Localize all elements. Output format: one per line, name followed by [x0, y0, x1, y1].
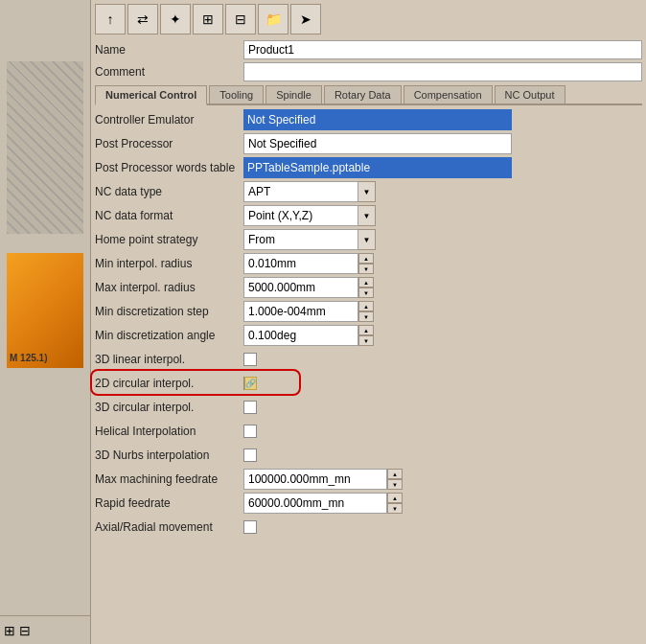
min-disc-step-up[interactable]: ▲ — [358, 301, 374, 311]
toolbar-btn-6[interactable]: 📁 — [258, 4, 288, 34]
min-disc-step-spinner: ▲ ▼ — [358, 301, 374, 322]
prop-home-point-strategy: Home point strategy From ▼ — [95, 229, 642, 250]
prop-helical: Helical Interpolation — [95, 421, 642, 442]
prop-min-interp-radius: Min interpol. radius 0.010mm ▲ ▼ — [95, 253, 642, 274]
prop-value-min-interp: 0.010mm ▲ ▼ — [243, 253, 642, 274]
prop-rapid-feedrate: Rapid feedrate 60000.000mm_mn ▲ ▼ — [95, 493, 642, 514]
3d-linear-checkbox[interactable] — [243, 353, 257, 366]
nc-format-dropdown-btn[interactable]: ▼ — [358, 205, 376, 226]
comment-input[interactable] — [243, 62, 642, 81]
min-interp-down[interactable]: ▼ — [358, 264, 374, 274]
rapid-feed-down[interactable]: ▼ — [387, 503, 403, 514]
prop-label-home-point: Home point strategy — [95, 233, 243, 246]
toolbar-btn-1[interactable]: ↑ — [95, 4, 126, 34]
prop-value-2d-circular: 🔗 — [243, 377, 642, 390]
prop-label-3d-circular: 3D circular interpol. — [95, 401, 243, 414]
prop-2d-circular: 2D circular interpol. 🔗 — [95, 373, 642, 394]
prop-value-nc-format: Point (X,Y,Z) ▼ — [243, 205, 642, 226]
rapid-feed-spinner: ▲ ▼ — [387, 493, 403, 514]
min-interp-spinner: ▲ ▼ — [358, 253, 374, 274]
prop-min-disc-step: Min discretization step 1.000e-004mm ▲ ▼ — [95, 301, 642, 322]
bottom-icon-1[interactable]: ⊞ — [4, 623, 15, 638]
properties-panel: Controller Emulator Not Specified Post P… — [95, 109, 642, 538]
nc-format-input[interactable]: Point (X,Y,Z) — [243, 205, 358, 226]
toolbar-btn-4[interactable]: ⊞ — [193, 4, 223, 34]
min-disc-angle-input[interactable]: 0.100deg — [243, 325, 358, 346]
tab-tooling[interactable]: Tooling — [209, 85, 264, 104]
prop-post-processor-table: Post Processor words table PPTableSample… — [95, 157, 642, 178]
controller-selected-text[interactable]: Not Specified — [243, 109, 512, 130]
min-disc-angle-up[interactable]: ▲ — [358, 325, 374, 335]
prop-label-min-disc-angle: Min discretization angle — [95, 329, 243, 342]
prop-label-nc-format: NC data format — [95, 209, 243, 222]
pp-table-selected-text[interactable]: PPTableSample.pptable — [243, 157, 512, 178]
toolbar: ↑ ⇄ ✦ ⊞ ⊟ 📁 ➤ — [95, 4, 642, 34]
max-interp-up[interactable]: ▲ — [358, 277, 374, 288]
max-feed-up[interactable]: ▲ — [387, 469, 403, 479]
min-disc-step-input[interactable]: 1.000e-004mm — [243, 301, 358, 322]
max-interp-down[interactable]: ▼ — [358, 288, 374, 298]
prop-value-pp-table: PPTableSample.pptable — [243, 157, 642, 178]
toolbar-btn-5[interactable]: ⊟ — [225, 4, 256, 34]
bottom-icon-2[interactable]: ⊟ — [19, 623, 31, 638]
prop-value-max-feed: 100000.000mm_mn ▲ ▼ — [243, 469, 642, 490]
prop-label-axial-radial: Axial/Radial movement — [95, 520, 243, 534]
prop-value-3d-linear — [243, 353, 642, 366]
prop-value-min-disc-step: 1.000e-004mm ▲ ▼ — [243, 301, 642, 322]
home-point-input[interactable]: From — [243, 229, 358, 250]
prop-value-rapid-feed: 60000.000mm_mn ▲ ▼ — [243, 493, 642, 514]
min-interp-input[interactable]: 0.010mm — [243, 253, 358, 274]
prop-value-home-point: From ▼ — [243, 229, 642, 250]
min-disc-angle-spinner: ▲ ▼ — [358, 325, 374, 346]
nc-type-dropdown-btn[interactable]: ▼ — [358, 181, 376, 202]
nc-type-input[interactable]: APT — [243, 181, 358, 202]
prop-value-axial-radial — [243, 520, 642, 534]
2d-circular-link-icon[interactable]: 🔗 — [244, 377, 257, 390]
prop-min-disc-angle: Min discretization angle 0.100deg ▲ ▼ — [95, 325, 642, 346]
prop-value-3d-nurbs — [243, 448, 642, 462]
max-feed-down[interactable]: ▼ — [387, 479, 403, 490]
min-disc-angle-down[interactable]: ▼ — [358, 335, 374, 346]
min-disc-step-down[interactable]: ▼ — [358, 311, 374, 322]
prop-label-min-interp: Min interpol. radius — [95, 257, 243, 270]
tab-numerical-control[interactable]: Numerical Control — [95, 85, 207, 105]
post-processor-text[interactable]: Not Specified — [243, 133, 512, 154]
3d-nurbs-checkbox[interactable] — [243, 448, 257, 462]
2d-circular-checkbox[interactable]: 🔗 — [243, 377, 257, 390]
tab-nc-output[interactable]: NC Output — [495, 85, 565, 104]
tab-compensation[interactable]: Compensation — [404, 85, 493, 104]
main-panel: ↑ ⇄ ✦ ⊞ ⊟ 📁 ➤ Name Comment Numerical Con… — [91, 0, 646, 644]
rapid-feed-up[interactable]: ▲ — [387, 493, 403, 503]
prop-3d-circular: 3D circular interpol. — [95, 397, 642, 418]
prop-value-max-interp: 5000.000mm ▲ ▼ — [243, 277, 642, 298]
prop-label-max-feed: Max machining feedrate — [95, 472, 243, 486]
prop-post-processor: Post Processor Not Specified — [95, 133, 642, 154]
toolbar-btn-2[interactable]: ⇄ — [127, 4, 158, 34]
prop-max-machining-feedrate: Max machining feedrate 100000.000mm_mn ▲… — [95, 469, 642, 490]
rapid-feed-input[interactable]: 60000.000mm_mn — [243, 493, 387, 514]
max-interp-input[interactable]: 5000.000mm — [243, 277, 358, 298]
prop-label-3d-nurbs: 3D Nurbs interpolation — [95, 448, 243, 462]
prop-nc-data-type: NC data type APT ▼ — [95, 181, 642, 202]
comment-row: Comment — [95, 62, 642, 81]
min-interp-up[interactable]: ▲ — [358, 253, 374, 264]
prop-value-nc-type: APT ▼ — [243, 181, 642, 202]
toolbar-btn-3[interactable]: ✦ — [160, 4, 191, 34]
sidebar-label: M 125.1) — [10, 353, 47, 363]
axial-radial-checkbox[interactable] — [243, 520, 257, 534]
helical-checkbox[interactable] — [243, 425, 257, 438]
prop-3d-linear: 3D linear interpol. — [95, 349, 642, 370]
3d-circular-checkbox[interactable] — [243, 401, 257, 414]
prop-label-min-disc-step: Min discretization step — [95, 305, 243, 318]
home-point-dropdown-btn[interactable]: ▼ — [358, 229, 376, 250]
max-feed-input[interactable]: 100000.000mm_mn — [243, 469, 387, 490]
max-feed-spinner: ▲ ▼ — [387, 469, 403, 490]
prop-label-pp-table: Post Processor words table — [95, 161, 243, 174]
tab-spindle[interactable]: Spindle — [265, 85, 322, 104]
prop-nc-data-format: NC data format Point (X,Y,Z) ▼ — [95, 205, 642, 226]
tab-rotary-data[interactable]: Rotary Data — [324, 85, 402, 104]
prop-controller-emulator: Controller Emulator Not Specified — [95, 109, 642, 130]
comment-label: Comment — [95, 65, 243, 79]
toolbar-btn-7[interactable]: ➤ — [290, 4, 321, 34]
name-input[interactable] — [243, 40, 642, 59]
